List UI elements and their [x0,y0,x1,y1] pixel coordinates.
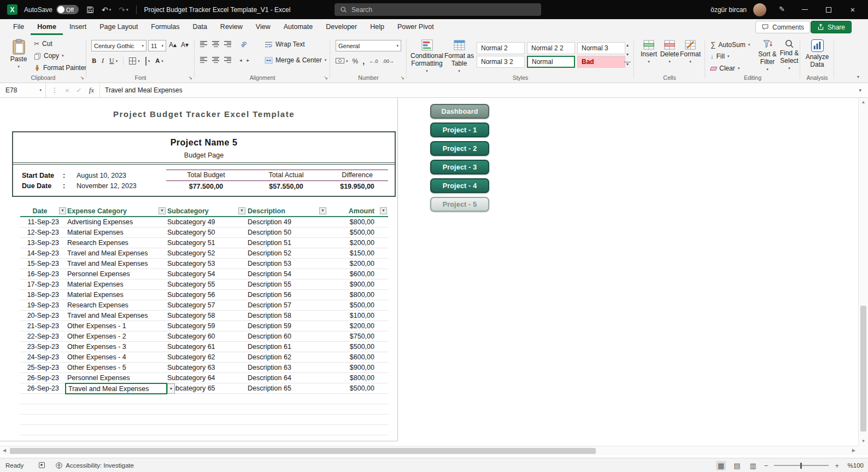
ribbon-tab[interactable]: Help [363,19,391,35]
scroll-up-icon[interactable]: ▲ [859,100,868,104]
cell-category[interactable]: Research Expenses [67,300,167,310]
percent-style-button[interactable]: % [353,57,359,65]
paste-dropdown-icon[interactable]: ▾ [17,65,20,69]
table-row[interactable]: 17-Sep-23 Material Expenses Subcategory … [20,279,388,290]
ribbon-tab[interactable]: View [249,19,277,35]
cell-description[interactable]: Description 60 [248,331,319,341]
table-row[interactable]: 14-Sep-23 Travel and Meal Expenses Subca… [20,248,388,259]
data-validation-dropdown[interactable]: ▼ [167,383,175,394]
grow-font-button[interactable]: A▴ [169,41,177,49]
name-box[interactable]: E78 ▾ [0,83,46,97]
find-select-dropdown-icon[interactable]: ▾ [788,66,790,71]
borders-dropdown-icon[interactable]: ▾ [138,59,140,63]
cell-subcategory[interactable]: Subcategory 52 [167,248,248,258]
zoom-level[interactable]: %100 [845,462,864,469]
nav-button[interactable]: Project - 3 [430,160,489,174]
orientation-button[interactable]: ab [239,40,248,49]
table-row[interactable]: 21-Sep-23 Other Expenses - 1 Subcategory… [20,321,388,331]
italic-button[interactable]: I [102,57,104,65]
cell-description[interactable]: Description 50 [248,228,319,237]
cell-subcategory[interactable]: Subcategory 57 [167,300,248,310]
ribbon-tab[interactable]: Page Layout [93,19,144,35]
cell-subcategory[interactable]: Subcategory 56 [167,290,248,300]
redo-button[interactable]: ↷ ▾ [119,6,128,14]
collapse-ribbon-icon[interactable]: ▾ [857,74,859,79]
ribbon-tab[interactable]: File [7,19,31,35]
cell-subcategory[interactable]: Subcategory 54 [167,269,248,279]
start-date-label[interactable]: Start Date [22,172,54,179]
redo-dropdown-icon[interactable]: ▾ [126,8,128,12]
cell-date[interactable]: 22-Sep-23 [20,331,67,341]
total-budget-value[interactable]: $77.500,00 [166,183,246,190]
sort-filter-dropdown-icon[interactable]: ▾ [766,67,769,72]
table-row[interactable]: 23-Sep-23 Other Expenses - 3 Subcategory… [20,342,388,352]
cell-date[interactable]: 26-Sep-23 [20,373,67,383]
font-size-select[interactable]: 11 ▾ [148,40,166,51]
column-header-category[interactable]: Expense Category [67,206,167,216]
cell-style-item[interactable]: Bad [577,56,625,68]
cell-subcategory[interactable]: Subcategory 60 [167,331,248,341]
fill-dropdown-icon[interactable]: ▾ [728,54,730,59]
format-as-table-button[interactable]: Format as Table ▾ [444,39,474,73]
cell-subcategory[interactable]: Subcategory 51 [167,238,248,248]
cell-subcategory[interactable]: Subcategory 49 [167,217,248,227]
zoom-out-button[interactable]: − [764,462,769,470]
cell-date[interactable]: 25-Sep-23 [20,363,67,372]
confirm-entry-icon[interactable]: ✓ [77,86,82,94]
cell-category[interactable]: Advertising Expenses [67,217,167,227]
sheet-page-title[interactable]: Project Budget Tracker Excel Template [12,109,396,119]
cell-description[interactable]: Description 53 [248,259,319,269]
copy-button[interactable]: Copy ▾ [34,52,64,60]
table-row[interactable]: 26-Sep-23 Personnel Expenses Subcategory… [20,373,388,383]
cell-date[interactable]: 13-Sep-23 [20,238,67,248]
cell-amount[interactable]: $800,00 [319,217,374,227]
undo-dropdown-icon[interactable]: ▾ [109,8,112,12]
cell-date[interactable]: 16-Sep-23 [20,269,67,279]
table-row[interactable]: 11-Sep-23 Advertising Expenses Subcatego… [20,217,388,228]
cell-date[interactable]: 26-Sep-23 [20,383,67,393]
name-box-dropdown-icon[interactable]: ▾ [39,88,42,92]
cell-date[interactable]: 19-Sep-23 [20,300,67,310]
cell-date[interactable]: 23-Sep-23 [20,342,67,352]
cell-subcategory[interactable]: Subcategory 63 [167,363,248,372]
filter-button-date[interactable]: ▼ [59,207,66,214]
cell-date[interactable]: 24-Sep-23 [20,352,67,362]
cell-category[interactable]: Other Expenses - 2 [67,331,167,341]
difference-value[interactable]: $19.950,00 [326,183,388,190]
font-size-dropdown-icon[interactable]: ▾ [161,44,163,48]
cell-amount[interactable]: $100,00 [319,311,374,321]
cell-category[interactable]: Material Expenses [67,279,167,289]
table-row[interactable]: 12-Sep-23 Material Expenses Subcategory … [20,228,388,238]
insert-cells-button[interactable]: Insert ▾ [638,40,659,64]
cell-amount[interactable]: $800,00 [319,373,374,383]
clear-dropdown-icon[interactable]: ▾ [738,66,740,71]
cell-description[interactable]: Description 58 [248,311,319,321]
share-button[interactable]: Share [811,21,852,33]
cell-category[interactable]: Travel and Meal Expenses [67,311,167,321]
cell-category[interactable]: Material Expenses [67,290,167,300]
cell-subcategory[interactable]: Subcategory 53 [167,259,248,269]
cell-amount[interactable]: $500,00 [319,228,374,237]
table-row[interactable]: 25-Sep-23 Other Expenses - 5 Subcategory… [20,363,388,373]
nav-button[interactable]: Dashboard [430,104,489,119]
accessibility-status[interactable]: Accessibility: Investigate [56,462,134,469]
cell-description[interactable]: Description 55 [248,279,319,289]
scroll-right-icon[interactable]: ▶ [852,448,855,453]
ribbon-tab[interactable]: Automate [277,19,320,35]
gallery-down-icon[interactable]: ▼ [624,53,631,56]
table-row[interactable]: 22-Sep-23 Other Expenses - 2 Subcategory… [20,331,388,342]
table-row-empty[interactable] [20,404,388,415]
undo-button[interactable]: ↶ ▾ [102,6,111,14]
horizontal-scroll-thumb[interactable] [10,448,596,454]
table-row[interactable]: 24-Sep-23 Other Expenses - 4 Subcategory… [20,352,388,363]
cell-subcategory[interactable]: Subcategory 55 [167,279,248,289]
cell-subcategory[interactable]: Subcategory 61 [167,342,248,352]
insert-function-icon[interactable]: fx [89,86,94,95]
align-middle-button[interactable] [212,41,219,47]
cell-category[interactable]: Travel and Meal Expenses [67,248,167,258]
clear-button[interactable]: Clear ▾ [711,65,740,72]
cell-description[interactable]: Description 62 [248,352,319,362]
cell-category[interactable]: Other Expenses - 4 [67,352,167,362]
format-as-table-dropdown-icon[interactable]: ▾ [458,69,460,73]
cell-description[interactable]: Description 56 [248,290,319,300]
